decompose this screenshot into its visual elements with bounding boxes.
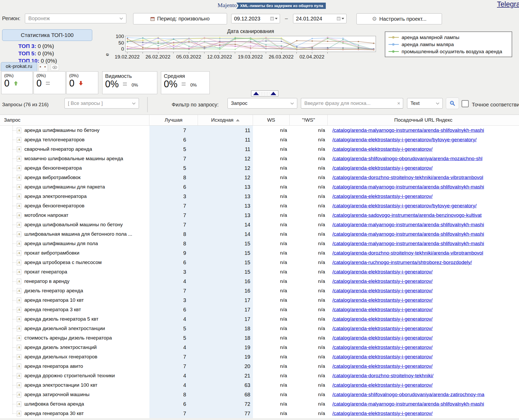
visibility-toggle-button[interactable] [51, 64, 59, 71]
series-point [142, 39, 143, 41]
table-row[interactable]: Aгенератор в аренду416n/an/a/catalog/are… [0, 277, 519, 286]
table-row[interactable]: Aаренда штробореза с пылесосом615n/an/a/… [0, 258, 519, 267]
landing-url-link[interactable]: /catalog/arenda-elektrostantsiy-i-genera… [332, 363, 433, 369]
table-row[interactable]: Aаренда дизель электростанций419n/an/a/c… [0, 343, 519, 352]
column-header-best[interactable]: Лучшая [149, 115, 198, 125]
secondary-tab[interactable]: * * [39, 64, 48, 71]
average-sub-value: 0% [190, 83, 197, 88]
landing-url-link[interactable]: /catalog/arenda-elektrostantsiy-i-genera… [332, 411, 433, 416]
landing-url-link[interactable]: /catalog/arenda-elektrostantsiy-i-genera… [332, 165, 433, 171]
collapse-panel-handle[interactable] [251, 90, 278, 96]
table-row[interactable]: Aаренда теплогенераторов611n/an/a/catalo… [0, 135, 519, 144]
landing-url-link[interactable]: /catalog/arenda-elektrostantsiy-i-genera… [332, 288, 433, 293]
landing-url-link[interactable]: /catalog/arenda-elektrostantsiy-i-genera… [332, 326, 433, 331]
filter-field-select[interactable]: Запрос [228, 98, 297, 109]
landing-url-link[interactable]: /catalog/arenda-malyarnogo-instrumenta/a… [332, 241, 484, 246]
scan-chart-plot[interactable] [125, 36, 376, 52]
landing-url-link[interactable]: /catalog/arenda-malyarnogo-instrumenta/a… [332, 231, 484, 237]
landing-url-link[interactable]: /catalog/arenda-elektrostantsiy-i-genera… [332, 193, 433, 199]
chart-legend-items: аренда малярной лампыаренда лампы маляра… [388, 34, 509, 55]
landing-url-link[interactable]: /catalog/arenda-ruchnogo-instrumenta/sht… [332, 260, 472, 265]
landing-url-link[interactable]: /catalog/arenda-elektrostantsiy-i-genera… [332, 137, 477, 142]
table-row[interactable]: Aаренда бензогенераторов713n/an/a/catalo… [0, 201, 519, 211]
exact-match-checkbox[interactable] [462, 100, 469, 107]
date-to-field[interactable]: 24.01.2024 [293, 14, 347, 23]
table-row[interactable]: Aаренда шлифмашины для пола815n/an/a/cat… [0, 239, 519, 248]
table-row[interactable]: Aаренда дизельной электростанции518n/an/… [0, 324, 519, 333]
all-queries-select[interactable]: [ Все запросы ] [64, 98, 139, 109]
landing-url-link[interactable]: /catalog/arenda-elektrostantsiy-i-genera… [332, 297, 433, 303]
table-row[interactable]: Aшлифовка бетона аренда672n/an/a/catalog… [0, 399, 519, 409]
landing-url-link[interactable]: /catalog/arenda-elektrostantsiy-i-genera… [332, 307, 433, 312]
table-row[interactable]: Aаренда вибротрамбовок812n/an/a/catalog/… [0, 173, 519, 182]
table-row[interactable]: Aпрокат вибротрамбовки915n/an/a/catalog/… [0, 248, 519, 258]
legend-item[interactable]: аренда малярной лампы [388, 34, 509, 41]
table-row[interactable]: Aаренда дизельных генераторов719n/an/a/c… [0, 352, 519, 362]
date-picker-icon[interactable] [270, 17, 278, 20]
landing-url-link[interactable]: /catalog/arenda-dorozhno-stroitelnoy-tek… [332, 250, 483, 256]
table-row[interactable]: Aаренда электрогенератора313n/an/a/catal… [0, 192, 519, 201]
landing-url-link[interactable]: /catalog/arenda-elektrostantsiy-i-genera… [332, 316, 433, 322]
top100-stats-button[interactable]: Статистика ТОП-100 [2, 29, 92, 41]
search-button[interactable] [446, 98, 459, 109]
table-row[interactable]: Aаренда генератора 10 квт317n/an/a/catal… [0, 295, 519, 305]
landing-url-link[interactable]: /catalog/arenda-malyarnogo-instrumenta/a… [332, 222, 484, 227]
table-row[interactable]: Aаренда генератора 30 квт777n/an/a/catal… [0, 409, 519, 418]
landing-url-link[interactable]: /catalog/arenda-shlifovalnogo-oborudovan… [332, 156, 482, 161]
table-row[interactable]: Aаренда бензогенератора512n/an/a/catalog… [0, 163, 519, 173]
top100-stats-label: Статистика ТОП-100 [21, 32, 73, 38]
table-row[interactable]: Aаренда шлифмашины для паркета613n/an/a/… [0, 182, 519, 192]
table-row[interactable]: Aстоимость аренды дизель генератора518n/… [0, 333, 519, 343]
landing-url-link[interactable]: /catalog/arenda-malyarnogo-instrumenta/a… [332, 401, 484, 407]
landing-url-link[interactable]: /catalog/arenda-sadovogo-instrumenta/are… [332, 212, 482, 218]
table-row[interactable]: Aпрокат генератора315n/an/a/catalog/aren… [0, 267, 519, 277]
table-row[interactable]: Aшлифовальная машина для бетонного пола … [0, 229, 519, 239]
search-phrase-input[interactable]: Введите фразу для поиска... × [301, 98, 403, 109]
table-row[interactable]: Aаренда электростанции 100 квт463n/an/a/… [0, 380, 519, 390]
landing-url-link[interactable]: /catalog/arenda-dorozhno-stroitelnoy-tek… [332, 373, 434, 378]
legend-item[interactable]: аренда лампы маляра [388, 41, 509, 48]
column-header-initial[interactable]: Исходная [198, 115, 253, 125]
landing-url-link[interactable]: /catalog/arenda-elektrostantsiy-i-genera… [332, 146, 433, 152]
table-row[interactable]: Aаренда дорожно строительной техники421n… [0, 371, 519, 380]
table-row[interactable]: Aаренда дизель генератора 5 квт417n/an/a… [0, 314, 519, 324]
landing-url-link[interactable]: /catalog/arenda-malyarnogo-instrumenta/a… [332, 127, 484, 133]
date-picker-icon[interactable] [337, 17, 344, 20]
landing-url-link[interactable]: /catalog/arenda-elektrostantsiy-i-genera… [332, 203, 477, 208]
column-header-nws[interactable]: "!WS" [290, 115, 328, 125]
table-row[interactable]: Aаренда шлифмашины по бетону711n/an/a/ca… [0, 126, 519, 135]
table-row[interactable]: Aсварочный генератор аренда511n/an/a/cat… [0, 144, 519, 154]
table-row[interactable]: Aдизель генератор аренда716n/an/a/catalo… [0, 286, 519, 295]
landing-url-link[interactable]: /catalog/arenda-shlifovalnogo-oborudovan… [332, 392, 484, 397]
column-header-url[interactable]: Посадочный URL Яндекс [328, 115, 519, 125]
clear-input-icon[interactable]: × [397, 100, 400, 106]
landing-url-link[interactable]: /catalog/arenda-malyarnogo-instrumenta/a… [332, 184, 484, 190]
column-header-query[interactable]: Запрос [0, 115, 149, 125]
legend-item[interactable]: промышленный осушитель воздуха аренда [388, 48, 509, 55]
project-tab[interactable]: ok-prokat.ru [1, 62, 37, 71]
stat-value: 0 [36, 78, 42, 88]
table-row[interactable]: Aаренда генератора авито720n/an/a/catalo… [0, 362, 519, 371]
query-type-icon: A [17, 307, 21, 313]
landing-url-link[interactable]: /catalog/arenda-elektrostantsiy-i-genera… [332, 335, 433, 341]
telegram-link[interactable]: Telegram [497, 0, 519, 8]
configure-project-button[interactable]: ⚙ Настроить проект... [356, 13, 442, 24]
table-row[interactable]: Aмозаично шлифовальные машины аренда712n… [0, 154, 519, 163]
landing-url-link[interactable]: /catalog/arenda-elektrostantsiy-i-genera… [332, 278, 433, 284]
table-row[interactable]: Aмотоблок напрокат713n/an/a/catalog/aren… [0, 211, 519, 220]
table-row[interactable]: Aаренда шлифовальной машины по бетону714… [0, 220, 519, 229]
landing-url-link[interactable]: /catalog/arenda-elektrostantsiy-i-genera… [332, 269, 433, 274]
date-from-field[interactable]: 09.12.2023 [231, 14, 280, 23]
landing-url-link[interactable]: /catalog/arenda-dorozhno-stroitelnoy-tek… [332, 175, 483, 180]
table-row[interactable]: Aаренда затирочной машины868n/an/a/catal… [0, 390, 519, 399]
landing-url-link[interactable]: /catalog/arenda-elektrostantsiy-i-genera… [332, 344, 433, 350]
landing-url-link[interactable]: /catalog/arenda-elektrostantsiy-i-genera… [332, 354, 433, 359]
region-select[interactable]: Воронеж [25, 14, 126, 23]
column-header-ws[interactable]: WS [253, 115, 290, 125]
table-row[interactable]: Aаренда генератора 3 квт617n/an/a/catalo… [0, 305, 519, 314]
match-mode-value: Text [410, 100, 420, 106]
tree-branch-line [13, 272, 16, 272]
match-mode-select[interactable]: Text [407, 98, 443, 109]
landing-url-link[interactable]: /catalog/arenda-elektrostantsiy-i-genera… [332, 382, 433, 388]
period-button[interactable]: Период: произвольно [133, 13, 227, 24]
